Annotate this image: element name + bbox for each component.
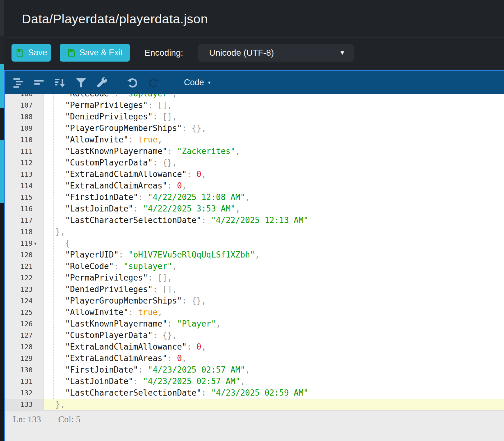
code-line-text[interactable]: "ExtraLandClaimAllowance": 0, — [44, 341, 504, 353]
code-line[interactable]: 113 "ExtraLandClaimAllowance": 0, — [5, 169, 504, 180]
code-line[interactable]: 133 }, — [5, 399, 504, 410]
code-line[interactable]: 109 "PlayerGroupMemberShips": {}, — [5, 123, 504, 134]
code-line-text[interactable]: "LastCharacterSelectionDate": "4/23/2025… — [44, 387, 504, 399]
gutter-cell: 133 — [5, 399, 44, 410]
code-line[interactable]: 114 "ExtraLandClaimAreas": 0, — [5, 180, 504, 192]
undo-button[interactable] — [126, 76, 139, 89]
code-line[interactable]: 131 "LastJoinDate": "4/23/2025 02:57 AM"… — [5, 376, 504, 387]
code-line-text[interactable]: "DeniedPrivileges": [], — [44, 111, 504, 123]
code-line[interactable]: 106 "RoleCode": "suplayer", — [5, 94, 504, 100]
line-number: 106 — [5, 94, 33, 98]
code-line[interactable]: 130 "FirstJoinDate": "4/23/2025 02:57 AM… — [5, 364, 504, 376]
redo-button[interactable] — [147, 76, 160, 89]
code-line-text[interactable]: "ExtraLandClaimAreas": 0, — [44, 353, 504, 364]
gutter-cell: 111 — [5, 146, 44, 157]
code-line[interactable]: 120 "PlayerUID": "oH1V7EVu5eRlQqUqLSf1XZ… — [5, 249, 504, 261]
format-button[interactable] — [12, 76, 25, 89]
code-line[interactable]: 121 "RoleCode": "suplayer", — [5, 261, 504, 272]
line-number: 123 — [5, 285, 33, 293]
code-line-text[interactable]: "LastJoinDate": "4/22/2025 3:53 AM", — [44, 203, 504, 215]
line-number: 109 — [5, 124, 33, 132]
code-line-text[interactable]: "RoleCode": "suplayer", — [44, 94, 504, 100]
line-number: 130 — [5, 366, 33, 374]
status-bar: Ln: 133 Col: 5 — [5, 410, 504, 441]
code-line-text[interactable]: "ExtraLandClaimAreas": 0, — [44, 180, 504, 192]
code-line-text[interactable]: "PlayerGroupMemberShips": {}, — [44, 123, 504, 134]
code-line-text[interactable]: "PlayerUID": "oH1V7EVu5eRlQqUqLSf1XZbh", — [44, 249, 504, 261]
repair-button[interactable] — [95, 76, 108, 89]
code-line-text[interactable]: "PermaPrivileges": [], — [44, 272, 504, 284]
code-editor-area[interactable]: 106 "RoleCode": "suplayer",107 "PermaPri… — [5, 94, 504, 410]
code-line-text[interactable]: { — [44, 238, 504, 249]
code-line[interactable]: 127 "CustomPlayerData": {}, — [5, 330, 504, 341]
encoding-dropdown[interactable]: Unicode (UTF-8) ▼ — [198, 44, 354, 62]
code-line-text[interactable]: "LastCharacterSelectionDate": "4/22/2025… — [44, 215, 504, 226]
code-line-text[interactable]: "AllowInvite": true, — [44, 307, 504, 318]
line-number: 120 — [5, 251, 33, 259]
transform-filter-button[interactable] — [75, 76, 88, 89]
gutter-cell: 128 — [5, 341, 44, 353]
code-line[interactable]: 129 "ExtraLandClaimAreas": 0, — [5, 353, 504, 364]
code-line-text[interactable]: "AllowInvite": true, — [44, 134, 504, 146]
code-line-text[interactable]: "LastKnownPlayername": "Player", — [44, 318, 504, 330]
code-line-text[interactable]: }, — [44, 226, 504, 238]
code-line-text[interactable]: "FirstJoinDate": "4/22/2025 12:08 AM", — [44, 192, 504, 203]
gutter-cell: 123 — [5, 284, 44, 295]
floppy-disk-icon — [15, 48, 25, 58]
code-line[interactable]: 132 "LastCharacterSelectionDate": "4/23/… — [5, 387, 504, 399]
sort-button[interactable] — [54, 76, 67, 89]
compact-icon — [33, 77, 46, 89]
code-line-text[interactable]: "RoleCode": "suplayer", — [44, 261, 504, 272]
save-and-exit-button[interactable]: Save & Exit — [60, 44, 130, 62]
code-line-text[interactable]: "FirstJoinDate": "4/23/2025 02:57 AM", — [44, 364, 504, 376]
line-number: 110 — [5, 136, 33, 144]
filter-icon — [75, 77, 87, 89]
code-line[interactable]: 116 "LastJoinDate": "4/22/2025 3:53 AM", — [5, 203, 504, 215]
code-line-text[interactable]: "LastJoinDate": "4/23/2025 02:57 AM", — [44, 376, 504, 387]
code-line[interactable]: 112 "CustomPlayerData": {}, — [5, 157, 504, 169]
code-line-text[interactable]: }, — [44, 399, 504, 410]
code-line-text[interactable]: "PlayerGroupMemberShips": {}, — [44, 295, 504, 307]
code-line[interactable]: 124 "PlayerGroupMemberShips": {}, — [5, 295, 504, 307]
code-line[interactable]: 123 "DeniedPrivileges": [], — [5, 284, 504, 295]
code-line-text[interactable]: "PermaPrivileges": [], — [44, 100, 504, 111]
chevron-down-icon: ▼ — [339, 49, 345, 56]
fold-toggle-icon[interactable]: ▾ — [33, 241, 44, 246]
wrench-icon — [96, 77, 108, 89]
code-line[interactable]: 107 "PermaPrivileges": [], — [5, 100, 504, 111]
json-editor: Code ▾ 106 "RoleCode": "suplayer",107 "P… — [4, 70, 504, 441]
edge-segment — [0, 203, 4, 441]
gutter-cell: 106 — [5, 94, 44, 100]
code-line-text[interactable]: "LastKnownPlayername": "Zackerites", — [44, 146, 504, 157]
floppy-disk-icon — [67, 48, 76, 58]
code-line-text[interactable]: "CustomPlayerData": {}, — [44, 330, 504, 341]
code-line[interactable]: 117 "LastCharacterSelectionDate": "4/22/… — [5, 215, 504, 226]
code-line[interactable]: 110 "AllowInvite": true, — [5, 134, 504, 146]
gutter-cell: 112 — [5, 157, 44, 169]
gutter-cell: 120 — [5, 249, 44, 261]
save-button[interactable]: Save — [11, 44, 51, 62]
code-line[interactable]: 122 "PermaPrivileges": [], — [5, 272, 504, 284]
code-line-text[interactable]: "DeniedPrivileges": [], — [44, 284, 504, 295]
code-line-text[interactable]: "CustomPlayerData": {}, — [44, 157, 504, 169]
code-line-text[interactable]: "ExtraLandClaimAllowance": 0, — [44, 169, 504, 180]
line-number: 118 — [5, 228, 33, 236]
gutter-cell: 118 — [5, 226, 44, 238]
gutter-cell: 124 — [5, 295, 44, 307]
code-line[interactable]: 118 }, — [5, 226, 504, 238]
code-line[interactable]: 125 "AllowInvite": true, — [5, 307, 504, 318]
code-line[interactable]: 119▾ { — [5, 238, 504, 249]
line-number: 117 — [5, 216, 33, 224]
code-line[interactable]: 115 "FirstJoinDate": "4/22/2025 12:08 AM… — [5, 192, 504, 203]
code-line[interactable]: 128 "ExtraLandClaimAllowance": 0, — [5, 341, 504, 353]
mode-selector[interactable]: Code ▾ — [182, 77, 213, 88]
save-button-label: Save — [28, 48, 47, 58]
gutter-cell: 130 — [5, 364, 44, 376]
code-line[interactable]: 111 "LastKnownPlayername": "Zackerites", — [5, 146, 504, 157]
compact-button[interactable] — [33, 76, 46, 89]
line-number: 133 — [5, 401, 33, 408]
code-line[interactable]: 108 "DeniedPrivileges": [], — [5, 111, 504, 123]
code-line[interactable]: 126 "LastKnownPlayername": "Player", — [5, 318, 504, 330]
line-number: 108 — [5, 113, 33, 121]
line-number: 112 — [5, 159, 33, 167]
